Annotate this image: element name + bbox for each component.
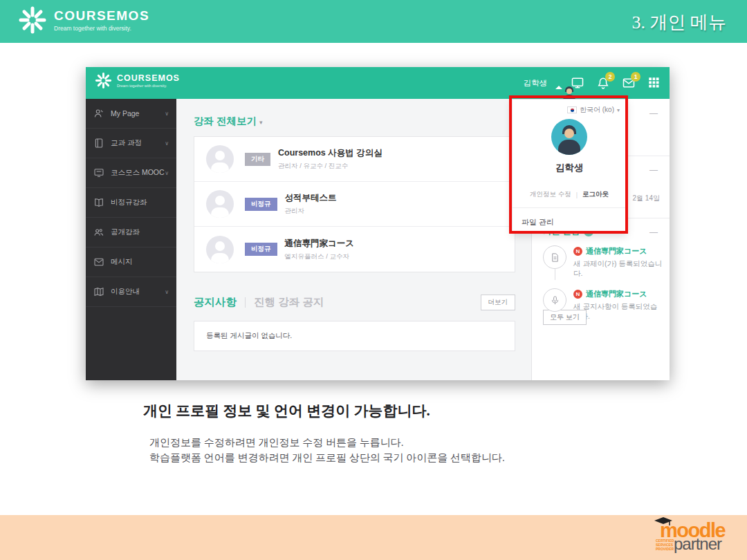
envelope-icon <box>93 256 104 268</box>
sidebar-label: My Page <box>111 109 139 118</box>
sidebar-item-mooc[interactable]: 코스모스 MOOC ∨ <box>86 158 176 188</box>
divider <box>245 297 246 308</box>
more-button[interactable]: 더보기 <box>481 295 516 310</box>
notifications-bell-icon[interactable]: 2 <box>596 76 610 90</box>
footer-strip: moodle CERTIFIED SERVICES PROVIDER partn… <box>0 515 747 560</box>
screen-icon <box>93 167 104 178</box>
brand-name: COURSEMOS <box>54 8 149 24</box>
chevron-down-icon: ∨ <box>165 140 169 147</box>
view-all-button[interactable]: 모두 보기 <box>543 310 587 325</box>
new-badge: N <box>573 247 582 256</box>
course-badge: 기타 <box>245 153 270 166</box>
caption-line: 학습플랫폼 언어를 변경하려면 개인 프로필 상단의 국기 아이콘을 선택합니다… <box>149 451 505 466</box>
notice-empty-text: 등록된 게시글이 없습니다. <box>206 331 292 341</box>
app-header: COURSEMOS Dream together with diversity.… <box>86 67 670 99</box>
open-book-icon <box>93 197 104 208</box>
slide-root: COURSEMOS Dream together with diversity.… <box>0 0 747 560</box>
sidebar-label: 코스모스 MOOC <box>111 168 165 178</box>
coursemos-logo-icon-small <box>95 72 112 89</box>
course-row[interactable]: 기타 Coursemos 사용법 강의실 관리자 / 유교수 / 진교수 <box>194 137 515 182</box>
course-avatar <box>206 236 234 263</box>
notice-tab-active[interactable]: 공지사항 <box>194 295 237 310</box>
notification-course-link[interactable]: 通信専門家コース <box>586 289 647 299</box>
chevron-down-icon: ∨ <box>165 170 169 176</box>
app-brand-name: COURSEMOS <box>117 73 180 83</box>
course-title[interactable]: Coursemos 사용법 강의실 <box>278 147 382 159</box>
notice-tab-inactive[interactable]: 진행 강좌 공지 <box>254 295 324 310</box>
course-meta: 관리자 / 유교수 / 진교수 <box>278 162 382 171</box>
course-meta: 엘지유플러스 / 교수자 <box>285 252 355 261</box>
profile-avatar <box>551 119 587 155</box>
sidebar-item-guide[interactable]: 이용안내 ∨ <box>86 277 176 307</box>
chevron-down-icon: ∨ <box>165 111 169 117</box>
coursemos-logo-icon <box>18 6 47 35</box>
divider: | <box>576 192 578 198</box>
dropdown-pointer <box>555 82 562 89</box>
profile-name: 김학생 <box>513 162 626 174</box>
header-username[interactable]: 김학생 <box>524 78 548 88</box>
course-avatar <box>206 190 234 218</box>
assignment-document-icon <box>543 245 566 269</box>
profile-links: 개인정보 수정 | 로그아웃 <box>513 190 626 199</box>
collapse-panel-icon[interactable]: — <box>649 110 658 117</box>
notification-item[interactable]: N 通信専門家コース 새 과제이(가) 등록되었습니다. <box>543 245 664 279</box>
edit-profile-button[interactable]: 개인정보 수정 <box>530 190 571 199</box>
courses-title-label: 강좌 전체보기 <box>194 115 257 127</box>
sidebar-item-messages[interactable]: 메시지 <box>86 248 176 277</box>
slide-title: 3. 개인 메뉴 <box>632 10 727 35</box>
app-main: 강좌 전체보기▾ 기타 Coursemos 사용법 강의실 관리자 / 유교수 … <box>176 99 531 380</box>
course-badge: 비정규 <box>245 198 277 211</box>
logout-button[interactable]: 로그아웃 <box>582 190 609 199</box>
notification-course-link[interactable]: 通信専門家コース <box>586 246 647 256</box>
caption-heading: 개인 프로필 정보 및 언어 변경이 가능합니다. <box>143 401 430 420</box>
course-row[interactable]: 비정규 성적부테스트 관리자 <box>194 182 515 227</box>
app-header-right: 김학생 2 <box>524 67 662 99</box>
file-manager-link[interactable]: 파일 관리 <box>522 217 554 227</box>
course-list: 기타 Coursemos 사용법 강의실 관리자 / 유교수 / 진교수 비정규… <box>194 136 515 272</box>
dropdown-divider <box>513 207 626 208</box>
calendar-date-text: 2월 14일 <box>633 194 660 203</box>
person-edit-icon <box>93 108 104 119</box>
certified-services-provider-text: CERTIFIED SERVICES PROVIDER <box>656 539 674 551</box>
caption-line: 개인정보를 수정하려면 개인정보 수정 버튼을 누릅니다. <box>149 436 505 451</box>
sidebar-label: 메시지 <box>111 257 133 267</box>
timeline-connector <box>555 269 555 280</box>
course-meta: 관리자 <box>285 207 337 216</box>
collapse-panel-icon[interactable]: — <box>649 167 658 174</box>
notification-text: 새 공지사항이 등록되었습니다. <box>573 302 664 321</box>
sidebar-label: 교과 과정 <box>111 138 142 148</box>
sidebar-item-open-courses[interactable]: 공개강좌 <box>86 218 176 248</box>
course-title[interactable]: 通信専門家コース <box>285 238 355 250</box>
app-screenshot: COURSEMOS Dream together with diversity.… <box>86 67 670 380</box>
messages-mail-icon[interactable]: 1 <box>622 76 636 90</box>
course-row[interactable]: 비정규 通信専門家コース 엘지유플러스 / 교수자 <box>194 227 515 272</box>
moodle-partner-logo: moodle CERTIFIED SERVICES PROVIDER partn… <box>645 519 736 555</box>
course-badge: 비정규 <box>245 243 277 256</box>
courses-title[interactable]: 강좌 전체보기▾ <box>194 115 263 128</box>
sidebar-item-mypage[interactable]: My Page ∨ <box>86 99 176 129</box>
slide-header: COURSEMOS Dream together with diversity.… <box>0 0 747 43</box>
sidebar-item-curriculum[interactable]: 교과 과정 ∨ <box>86 129 176 158</box>
app-sidebar: My Page ∨ 교과 과정 ∨ 코스모스 MOOC ∨ <box>86 99 176 380</box>
language-label: 한국어 (ko) <box>580 105 614 115</box>
course-avatar <box>206 145 234 173</box>
notice-empty-card: 등록된 게시글이 없습니다. <box>194 321 515 351</box>
collapse-panel-icon[interactable]: — <box>649 229 658 236</box>
language-selector[interactable]: 한국어 (ko) ▾ <box>567 105 620 115</box>
new-badge: N <box>573 290 582 299</box>
apps-grid-icon[interactable] <box>647 76 661 90</box>
brand-tagline: Dream together with diversity. <box>54 25 149 32</box>
sidebar-item-irregular-courses[interactable]: 비정규강좌 <box>86 188 176 218</box>
profile-dropdown: 한국어 (ko) ▾ 김학생 개인정보 수정 | 로그아웃 파일 관리 <box>512 99 627 233</box>
classroom-monitor-icon[interactable] <box>571 76 584 90</box>
chevron-down-icon: ∨ <box>165 289 169 295</box>
people-icon <box>93 227 104 238</box>
sidebar-label: 비정규강좌 <box>111 198 147 207</box>
coursemos-brand: COURSEMOS Dream together with diversity. <box>18 6 149 35</box>
partner-wordmark: partner <box>674 534 721 554</box>
dropdown-arrow-icon: ▾ <box>617 107 620 113</box>
app-brand[interactable]: COURSEMOS Dream together with diversity. <box>95 72 180 89</box>
course-title[interactable]: 성적부테스트 <box>285 192 337 204</box>
sidebar-label: 이용안내 <box>111 287 140 297</box>
mail-badge: 1 <box>631 72 640 82</box>
